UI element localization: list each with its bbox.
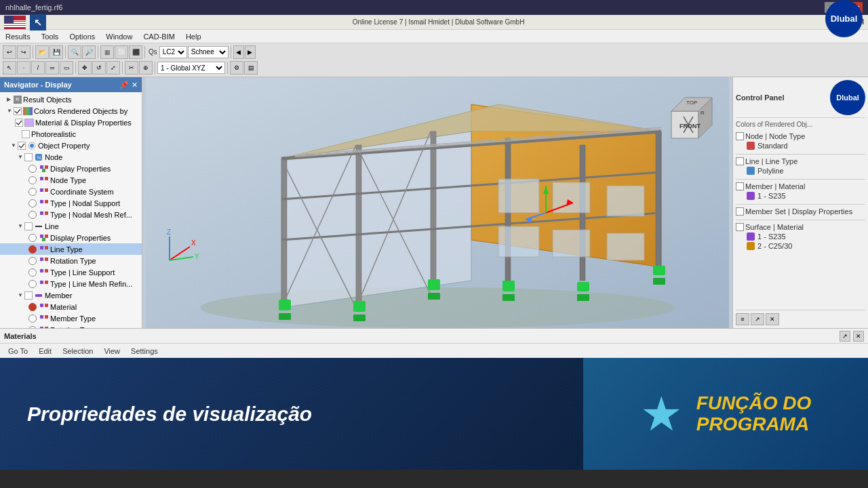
mat-close-btn[interactable]: ✕	[853, 331, 864, 342]
svg-text:Y: Y	[195, 253, 199, 260]
tb-node[interactable]: ·	[17, 61, 31, 75]
tree-item-member-type[interactable]: Member Type	[0, 312, 142, 324]
tree-item-colors[interactable]: ▼ Colors Rendered Objects by	[0, 105, 142, 117]
tb-load-label: Qs	[147, 48, 159, 56]
tree-item-node-type[interactable]: Node Type	[0, 174, 142, 186]
mat-view[interactable]: View	[98, 346, 125, 356]
tb-sep9	[227, 62, 228, 74]
tree-item-node[interactable]: ▼ N Node	[0, 151, 142, 163]
tb-layers[interactable]: ▤	[244, 61, 258, 75]
tb-connect[interactable]: ⊕	[139, 61, 153, 75]
node-arrow: ▼	[18, 154, 24, 160]
tb-split[interactable]: ✂	[125, 61, 138, 75]
viewport[interactable]: X Y Z FRONT TOP	[142, 77, 732, 328]
tree-item-photorealistic[interactable]: Photorealistic	[0, 128, 142, 140]
tree-item-rotation-member[interactable]: Rotation Type	[0, 324, 142, 328]
mat-expand-btn[interactable]: ↗	[840, 331, 850, 342]
tree-item-material[interactable]: Material & Display Properties	[0, 117, 142, 128]
menu-options[interactable]: Options	[64, 31, 100, 42]
tb-redo[interactable]: ↪	[17, 45, 31, 59]
tb-render[interactable]: ▦	[100, 45, 114, 59]
tb-view-combo[interactable]: 1 - Global XYZ	[157, 62, 225, 74]
tb-prev[interactable]: ◀	[233, 45, 244, 59]
tree-item-coord-sys[interactable]: Coordinate System	[0, 186, 142, 197]
cp-surface-title: Surface | Material	[745, 223, 804, 231]
tree-item-nodal-support[interactable]: Type | Nodal Support	[0, 197, 142, 209]
tb-member[interactable]: ═	[45, 61, 59, 75]
colors-check	[14, 107, 22, 115]
line-support-icon	[39, 268, 49, 277]
tb-save[interactable]: 💾	[50, 45, 63, 59]
tb-scale[interactable]: ⤢	[106, 61, 120, 75]
cp-list-btn[interactable]: ≡	[736, 313, 749, 325]
mat-goto[interactable]: Go To	[3, 346, 33, 356]
svg-rect-32	[40, 327, 43, 329]
svg-text:N: N	[37, 155, 41, 160]
tree-item-nodal-mesh[interactable]: Type | Nodal Mesh Ref...	[0, 209, 142, 220]
tree-item-line-support[interactable]: Type | Line Support	[0, 266, 142, 278]
nav-close-btn[interactable]: ✕	[132, 81, 138, 89]
tb-settings[interactable]: ⚙	[230, 61, 243, 75]
nav-pin-btn[interactable]: 📌	[119, 81, 129, 89]
svg-text:R: R	[701, 110, 705, 116]
svg-rect-26	[45, 281, 48, 284]
cp-line-checkbox[interactable]	[736, 157, 744, 165]
tree-item-line[interactable]: ▼ Line	[0, 220, 142, 232]
svg-rect-14	[45, 211, 48, 215]
tree-item-line-mesh[interactable]: Type | Line Mesh Refin...	[0, 278, 142, 289]
cp-node-checkbox[interactable]	[736, 132, 744, 140]
cp-memberset-checkbox[interactable]	[736, 207, 744, 216]
tb-load-name-combo[interactable]: Schnee	[188, 46, 229, 58]
menu-tools[interactable]: Tools	[36, 31, 64, 42]
funcao-line2: PROGRAMA	[696, 414, 812, 435]
rotation-line-label: Rotation Type	[50, 257, 96, 265]
material-label: Material & Display Properties	[35, 119, 132, 127]
menu-help[interactable]: Help	[180, 31, 207, 42]
tb-move[interactable]: ✥	[78, 61, 92, 75]
tb-next[interactable]: ▶	[245, 45, 256, 59]
nav-cube[interactable]: FRONT TOP R	[658, 84, 726, 152]
menu-results[interactable]: Results	[0, 31, 36, 42]
cp-header-row: Control Panel Dlubal	[736, 80, 865, 118]
cp-close-cp-btn[interactable]: ✕	[766, 313, 779, 325]
tree-item-member[interactable]: ▼ Member	[0, 289, 142, 301]
nodal-mesh-label: Type | Nodal Mesh Ref...	[50, 211, 132, 219]
tree-item-line-type[interactable]: Line Type	[0, 243, 142, 255]
mat-edit[interactable]: Edit	[33, 346, 57, 356]
tb-select[interactable]: ↖	[3, 61, 16, 75]
tree-item-material-radio[interactable]: Material	[0, 301, 142, 312]
tb-solid[interactable]: ⬛	[129, 45, 142, 59]
tb-open[interactable]: 📂	[35, 45, 49, 59]
cp-expand-btn[interactable]: ↗	[751, 313, 764, 325]
mat-selection[interactable]: Selection	[57, 346, 98, 356]
menu-window[interactable]: Window	[100, 31, 138, 42]
tree-item-object-property[interactable]: ▼ Object Property	[0, 140, 142, 151]
tree-item-result-objects[interactable]: ▶ R Result Objects	[0, 94, 142, 105]
tree-item-display-node[interactable]: Display Properties	[0, 163, 142, 174]
tb-surface[interactable]: ▭	[60, 61, 73, 75]
tb-undo[interactable]: ↩	[3, 45, 16, 59]
tb-rotate[interactable]: ↺	[92, 61, 106, 75]
tb-line[interactable]: /	[31, 61, 45, 75]
material-radio-label: Material	[50, 303, 77, 311]
mat-header-controls: ↗ ✕	[840, 331, 864, 342]
cp-line-type-title: Line | Line Type	[745, 157, 797, 165]
tb-lc-combo[interactable]: LC2	[159, 46, 187, 58]
tb-zoom-out[interactable]: 🔎	[82, 45, 96, 59]
tb-mesh[interactable]: ⬜	[115, 45, 128, 59]
svg-rect-68	[279, 300, 291, 310]
colors-arrow: ▼	[7, 108, 14, 114]
cp-surface-s235-label: 1 - S235	[757, 232, 786, 241]
coord-sys-label: Coordinate System	[50, 188, 114, 196]
line-mesh-label: Type | Line Mesh Refin...	[50, 280, 132, 288]
mat-settings[interactable]: Settings	[125, 346, 163, 356]
tree-item-display-line[interactable]: Display Properties	[0, 232, 142, 243]
rotation-member-radio	[28, 326, 37, 329]
us-flag	[4, 16, 26, 29]
tree-item-rotation-line[interactable]: Rotation Type	[0, 255, 142, 266]
cp-section-memberset: Member Set | Display Properties	[736, 207, 865, 216]
cp-surface-checkbox[interactable]	[736, 223, 744, 231]
menu-cad-bim[interactable]: CAD-BIM	[138, 31, 180, 42]
cp-member-checkbox[interactable]	[736, 182, 744, 190]
tb-zoom-in[interactable]: 🔍	[68, 45, 81, 59]
